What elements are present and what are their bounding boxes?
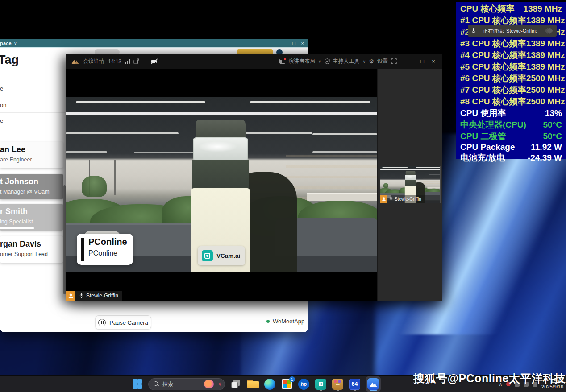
cpu-stat-value: 1389 MHz [526, 16, 565, 25]
pause-camera-button[interactable]: Pause Camera [95, 315, 151, 330]
maximize-button[interactable]: □ [292, 41, 295, 46]
contact-card[interactable]: rgan Davis omer Support Lead [0, 236, 63, 263]
person-icon [382, 197, 386, 201]
store-notification-badge: 1 [289, 376, 295, 382]
plant [383, 183, 388, 188]
nameplate-title: PConline [88, 237, 127, 247]
cpu-stat-label: #7 CPU 核心频率 [460, 84, 526, 96]
contact-role: are Engineer [0, 157, 32, 163]
running-indicator [370, 390, 377, 391]
cpu-stat-row: CPU Package11.92 W [456, 142, 566, 152]
hp-app-button[interactable]: hp [298, 376, 310, 392]
contact-name: t Johnson [0, 177, 38, 186]
list-item-fragment[interactable]: on [0, 102, 6, 108]
speaking-label: 正在讲话: [483, 28, 504, 34]
contact-role: t Manager @ VCam [0, 189, 50, 195]
thumbnail-label: Stewie-Griffin [380, 195, 440, 203]
maximize-button[interactable]: □ [418, 58, 426, 65]
search-highlight-image[interactable] [204, 380, 214, 388]
ceiling-light-strip [66, 132, 179, 134]
minimize-button[interactable]: – [284, 41, 287, 46]
ceiling-light-strip [382, 167, 408, 168]
shield-icon [325, 58, 330, 64]
contact-role: omer Support Lead [0, 251, 48, 257]
recording-off-icon[interactable] [150, 58, 158, 65]
participant-name: Stewie-Griffin [395, 197, 421, 202]
running-indicator [337, 390, 339, 391]
cpu-stat-label: CPU 使用率 [460, 107, 506, 119]
cpu-stat-row: #3 CPU 核心频率1389 MHz [456, 38, 566, 50]
bottle-band [405, 180, 416, 186]
cpu-stat-value: 1389 MHz [523, 4, 562, 14]
list-item-fragment[interactable]: e [0, 117, 3, 124]
contact-card[interactable]: an Lee are Engineer [0, 142, 63, 168]
start-button[interactable] [131, 376, 143, 392]
popout-icon[interactable] [133, 58, 139, 64]
aida64-button[interactable]: 64 [349, 376, 361, 392]
watermark: 搜狐号@PConline太平洋科技 [413, 371, 566, 386]
close-button[interactable]: × [429, 58, 437, 65]
layout-icon [279, 59, 285, 64]
ceiling-light-strip [416, 167, 440, 168]
cpu-stat-value: 1389 MHz [526, 39, 565, 49]
nameplate-card: PConline PConline [77, 234, 133, 265]
meeting-titlebar[interactable]: 会议详情 14:13 演讲者布局 ∨ 主持人工具 [66, 54, 442, 69]
cpu-stat-value: 2500 MHz [526, 97, 565, 107]
wemeet-taskbar-button[interactable] [366, 376, 381, 392]
contact-card[interactable]: t Johnson t Manager @ VCam [0, 174, 63, 199]
toolbox-app-button[interactable] [332, 376, 344, 392]
settings-menu[interactable]: 设置 [377, 58, 388, 65]
cpu-stat-label: #6 CPU 核心频率 [460, 73, 526, 84]
titlebar-divider [145, 58, 145, 65]
edge-button[interactable] [264, 376, 276, 392]
cpu-stat-row: CPU 二极管50°C [456, 131, 566, 142]
cpu-stat-row: #6 CPU 核心频率2500 MHz [456, 73, 566, 84]
vcam-badge-label: VCam.ai [216, 252, 240, 259]
edge-icon [264, 379, 275, 390]
ceiling-light-strip [380, 178, 388, 178]
vcam-titlebar[interactable]: pace ∨ – □ × [0, 39, 308, 48]
file-explorer-button[interactable] [247, 376, 259, 392]
minimize-button[interactable]: – [407, 58, 415, 65]
list-divider [0, 112, 65, 113]
search-box[interactable]: 搜索 ✳ [148, 378, 225, 390]
cpu-stat-label: CPU 核心频率 [460, 3, 514, 15]
host-tools-menu[interactable]: 主持人工具 [333, 58, 360, 65]
meeting-details-label[interactable]: 会议详情 [83, 58, 104, 65]
vcam-taskbar-button[interactable] [315, 376, 327, 392]
layout-menu[interactable]: 演讲者布局 [288, 58, 315, 65]
nameplate-accent-bar [81, 238, 84, 261]
fullscreen-icon[interactable] [391, 58, 397, 64]
status-dot [266, 320, 270, 323]
list-divider [0, 97, 65, 97]
contact-card[interactable]: r Smith ing Specialist [0, 204, 63, 231]
search-input[interactable]: 搜索 [162, 380, 200, 388]
running-indicator [354, 390, 356, 391]
ceiling-light-strip [76, 101, 205, 103]
close-button[interactable]: × [301, 41, 304, 46]
cpu-stat-label: #4 CPU 核心频率 [460, 50, 526, 61]
store-button[interactable]: 1 [281, 376, 293, 392]
task-view-button[interactable] [230, 376, 242, 392]
cpu-stat-row: #5 CPU 核心频率1389 MHz [456, 61, 566, 73]
pause-icon [98, 319, 106, 326]
chevron-down-icon[interactable]: ∨ [14, 41, 17, 45]
video-thumbnail[interactable]: Stewie-Griffin [380, 166, 441, 203]
cpu-stat-value: 1389 MHz [526, 50, 565, 60]
ceiling-light-strip [250, 101, 370, 103]
contact-name: an Lee [0, 145, 25, 154]
participants-sidebar: Stewie-Griffin [377, 69, 442, 301]
ceiling-light-strip [312, 133, 377, 135]
person-icon [68, 293, 74, 299]
chevron-down-icon: ∨ [363, 59, 366, 64]
wemeet-app-icon [367, 378, 379, 390]
list-item-fragment[interactable]: e [0, 85, 3, 92]
cpu-stat-value: 50°C [543, 132, 562, 141]
folder-icon [247, 380, 259, 388]
cpu-stat-row: #8 CPU 核心频率2500 MHz [456, 96, 566, 107]
cpu-stat-value: 11.92 W [531, 142, 562, 152]
cpu-stat-row: 中央处理器(CPU)50°C [456, 119, 566, 131]
cpu-stat-value: 2500 MHz [526, 74, 565, 83]
speaker-label-bar: Stewie-Griffin [66, 291, 122, 301]
cpu-stat-row: 电池充/放电-24.39 W [456, 152, 566, 164]
